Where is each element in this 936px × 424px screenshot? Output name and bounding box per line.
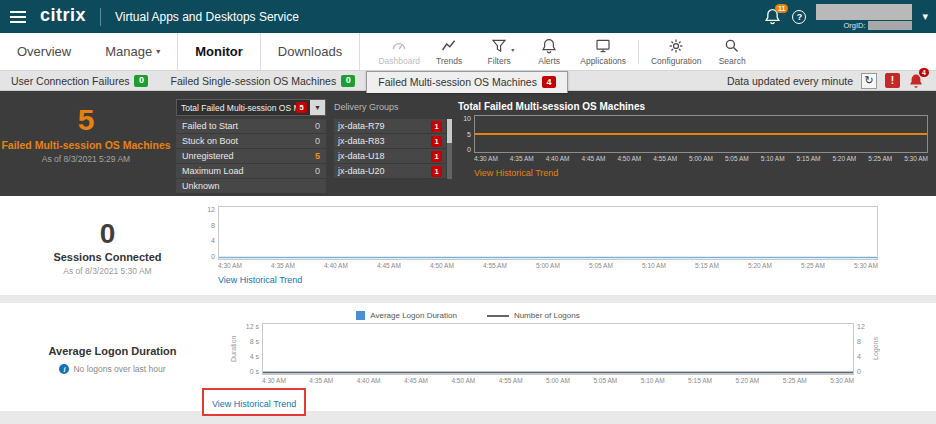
- tick-label: 5:10 AM: [761, 155, 785, 162]
- tick-label: 5:20 AM: [735, 377, 759, 384]
- view-historical-trend-link-logon[interactable]: View Historical Trend: [212, 399, 296, 409]
- delivery-group-count-badge: 1: [431, 151, 442, 162]
- highlight-box: View Historical Trend: [202, 388, 306, 416]
- breakdown-row-unknown[interactable]: Unknown: [176, 179, 326, 194]
- plot-area: [262, 323, 854, 375]
- sessions-connected-panel: 0 Sessions Connected As of 8/3/2021 5:30…: [0, 196, 936, 295]
- tool-label: Trends: [436, 56, 462, 66]
- filter-bar: User Connection Failures 0 Failed Single…: [0, 71, 936, 91]
- tab-label: Manage: [105, 44, 152, 59]
- tick-label: 12: [857, 323, 865, 330]
- org-id-label: OrgID:: [843, 21, 865, 30]
- tool-filters[interactable]: ▾ Filters: [474, 33, 524, 70]
- breakdown-count: 0: [315, 121, 320, 131]
- tick-label: 4:40 AM: [357, 377, 381, 384]
- tick-label: 5:20 AM: [832, 155, 856, 162]
- delivery-group-name: jx-data-R83: [338, 136, 385, 146]
- tick-label: 4: [211, 237, 215, 244]
- tick-label: 5:15 AM: [695, 262, 719, 269]
- account-chevron-down-icon[interactable]: ▾: [922, 10, 928, 23]
- legend-item-number-of-logons: Number of Logons: [487, 311, 580, 320]
- logon-summary: Average Logon Duration i No logons over …: [0, 345, 225, 374]
- error-alert-icon[interactable]: !: [885, 73, 900, 88]
- delivery-group-row[interactable]: jx-data-U18 1: [334, 149, 446, 164]
- tick-label: 4:35 AM: [309, 377, 333, 384]
- tick-label: 4:45 AM: [404, 377, 428, 384]
- failed-as-of: As of 8/3/2021 5:29 AM: [0, 154, 172, 164]
- count-badge: 0: [341, 75, 355, 87]
- tab-manage[interactable]: Manage▾: [88, 33, 177, 70]
- breakdown-row-maximum-load[interactable]: Maximum Load 0: [176, 164, 326, 179]
- refresh-icon: ↻: [864, 74, 873, 87]
- notification-bell-icon[interactable]: 11: [764, 8, 782, 26]
- tick-label: 5:00 AM: [689, 155, 713, 162]
- filter-tab-user-connection-failures[interactable]: User Connection Failures 0: [0, 71, 159, 90]
- breakdown-label: Stuck on Boot: [182, 136, 238, 146]
- tab-downloads[interactable]: Downloads: [261, 33, 360, 70]
- delivery-group-count-badge: 1: [431, 136, 442, 147]
- tick-label: 12 s: [246, 323, 259, 330]
- tick-label: 5:25 AM: [801, 262, 825, 269]
- gauge-icon: [391, 38, 407, 54]
- delivery-group-name: jx-data-U20: [338, 166, 385, 176]
- view-historical-trend-link-failed[interactable]: View Historical Trend: [474, 168, 558, 178]
- plot-area: [474, 115, 928, 153]
- tool-configuration[interactable]: Configuration: [645, 33, 707, 70]
- dropdown-arrow-icon: ▼: [310, 100, 325, 115]
- y-axis-left: 1050: [458, 115, 474, 153]
- logon-title: Average Logon Duration: [0, 345, 225, 357]
- tick-label: 4:40 AM: [324, 262, 348, 269]
- applications-icon: [595, 38, 611, 54]
- tab-monitor[interactable]: Monitor: [177, 33, 261, 70]
- tool-search[interactable]: Search: [707, 33, 757, 70]
- breakdown-row-stuck-on-boot[interactable]: Stuck on Boot 0: [176, 134, 326, 149]
- failed-title: Failed Multi-session OS Machines: [0, 139, 172, 151]
- y-axis-title-right: Logons: [870, 323, 880, 375]
- delivery-group-row[interactable]: jx-data-R83 1: [334, 134, 446, 149]
- help-icon[interactable]: ?: [792, 10, 806, 24]
- filter-tab-failed-multi-session[interactable]: Failed Multi-session OS Machines 4: [366, 71, 568, 93]
- alerts-bell-button[interactable]: 4: [908, 73, 926, 89]
- filter-tab-failed-single-session[interactable]: Failed Single-session OS Machines 0: [159, 71, 366, 90]
- y-axis-title-left: Duration: [228, 323, 238, 375]
- tool-alerts[interactable]: Alerts: [524, 33, 574, 70]
- tool-trends[interactable]: Trends: [424, 33, 474, 70]
- failure-category-dropdown[interactable]: Total Failed Multi-session OS Ma... 5 ▼: [176, 99, 326, 116]
- tick-label: 12: [207, 206, 215, 213]
- x-axis: 4:30 AM4:35 AM4:40 AM4:45 AM4:50 AM4:55 …: [218, 262, 878, 269]
- breakdown-row-failed-to-start[interactable]: Failed to Start 0: [176, 119, 326, 134]
- y-axis-left: 12 s8 s4 s0 s: [238, 323, 262, 375]
- filter-tab-label: User Connection Failures: [11, 75, 129, 87]
- tool-label: Alerts: [538, 56, 560, 66]
- tick-label: 5:05 AM: [593, 377, 617, 384]
- alerts-count-badge: 4: [919, 68, 929, 77]
- breakdown-label: Maximum Load: [182, 166, 244, 176]
- hamburger-menu-icon[interactable]: [0, 0, 36, 33]
- tool-applications[interactable]: Applications: [574, 33, 632, 70]
- tab-overview[interactable]: Overview: [0, 33, 88, 70]
- plot-area: [218, 206, 878, 260]
- scrollbar[interactable]: [447, 119, 452, 179]
- delivery-group-row[interactable]: jx-data-R79 1: [334, 119, 446, 134]
- delivery-group-row[interactable]: jx-data-U20 1: [334, 164, 446, 179]
- tick-label: 4:50 AM: [451, 377, 475, 384]
- tick-label: 0: [467, 146, 471, 153]
- tick-label: 5:20 AM: [748, 262, 772, 269]
- legend-line-swatch: [487, 315, 509, 317]
- tick-label: 5:25 AM: [783, 377, 807, 384]
- tick-label: 5:25 AM: [868, 155, 892, 162]
- breakdown-row-unregistered[interactable]: Unregistered 5: [176, 149, 326, 164]
- scrollbar-thumb[interactable]: [447, 119, 452, 143]
- dropdown-count-badge: 5: [296, 102, 307, 113]
- delivery-group-count-badge: 1: [431, 166, 442, 177]
- filter-tab-label: Failed Single-session OS Machines: [170, 75, 336, 87]
- tick-label: 4:55 AM: [653, 155, 677, 162]
- main-nav: Overview Manage▾ Monitor Downloads Dashb…: [0, 33, 936, 71]
- view-historical-trend-link-sessions[interactable]: View Historical Trend: [218, 275, 302, 285]
- tick-label: 5:05 AM: [589, 262, 613, 269]
- legend-swatch-square: [356, 311, 365, 320]
- x-axis: 4:30 AM4:35 AM4:40 AM4:45 AM4:50 AM4:55 …: [474, 155, 928, 162]
- refresh-button[interactable]: ↻: [861, 73, 877, 89]
- notification-badge: 11: [775, 4, 788, 13]
- breakdown-label: Failed to Start: [182, 121, 238, 131]
